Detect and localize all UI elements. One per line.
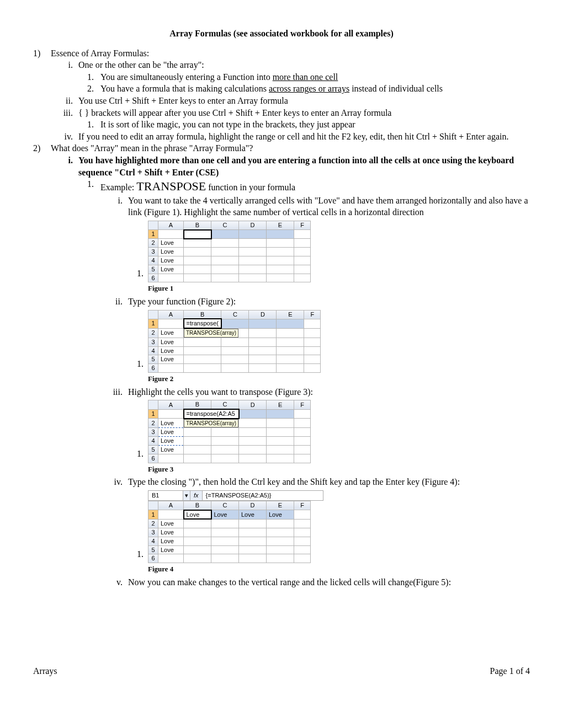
item-1-iii: iii. { } brackets will appear after you … [51,107,530,131]
spreadsheet-fig4: ABCDEF 1LoveLoveLoveLove 2Love 3Love 4Lo… [148,501,311,563]
text: You have a formula that is making calcul… [100,84,269,93]
figure-1-caption: Figure 1 [148,283,530,293]
text: Essence of Array Formulas: [51,49,149,58]
tooltip: TRANSPOSE(array) [184,419,238,428]
marker: iii. [51,107,73,119]
marker: 1. [78,178,94,190]
item-2-i-1: 1. Example: TRANSPOSE function in your f… [78,178,530,588]
item-2: 2) What does "Array" mean in the phrase … [33,142,530,588]
fx-icon: fx [190,491,203,500]
sub-v: v. Now you can make changes to the verti… [100,576,530,588]
marker: i. [51,154,73,167]
marker: 1. [128,267,144,280]
figure-3: 1. ABCDEF 1=transpose(A2:A5 2LoveTRANSPO… [128,400,530,463]
marker: 1. [128,548,144,560]
item-1-i: i. One or the other can be "the array": … [51,59,530,95]
page-footer: Arrays Page 1 of 4 [33,665,530,677]
figure-2-caption: Figure 2 [148,374,530,384]
text: You use Ctrl + Shift + Enter keys to ent… [78,96,288,105]
marker: i. [100,195,123,207]
transpose-word: TRANSPOSE [136,179,206,193]
underline: more than one cell [273,72,338,82]
figure-1: 1. ABCDEF 1 2Love 3Love 4Love 5Love 6 [128,221,530,282]
text: You want to take the 4 vertically arrang… [128,196,528,217]
item-1-iii-1: 1. It is sort of like magic, you can not… [78,119,530,131]
item-2-i: i. You have highlighted more than one ce… [51,154,530,588]
text: instead of individual cells [349,84,443,93]
spreadsheet-fig2: ABCDEF 1=transpose( 2LoveTRANSPOSE(array… [148,310,321,373]
text: Type your function (Figure 2): [128,297,236,306]
sub-ii: ii. Type your function (Figure 2): 1. AB… [100,296,530,384]
formula-bar: B1 ▾ fx {=TRANSPOSE(A2:A5)} [148,490,323,501]
footer-right: Page 1 of 4 [490,665,530,677]
page-title: Array Formulas (see associated workbook … [33,28,530,40]
marker: iii. [100,386,123,398]
marker: 1. [78,71,94,83]
marker: iv. [100,476,123,488]
figure-3-caption: Figure 3 [148,464,530,474]
sub-iv: iv. Type the closing ")", then hold the … [100,476,530,574]
text: If you need to edit an array formula, hi… [78,132,508,141]
item-1-i-2: 2. You have a formula that is making cal… [78,83,530,95]
item-1-iv: iv. If you need to edit an array formula… [51,131,530,143]
text: { } brackets will appear after you use C… [78,108,391,117]
marker: 1. [128,448,144,460]
item-1-ii: ii. You use Ctrl + Shift + Enter keys to… [51,95,530,107]
text: One or the other can be "the array": [78,60,204,69]
item-1: 1) Essence of Array Formulas: i. One or … [33,47,530,143]
marker: ii. [100,296,123,308]
text: Highlight the cells you want to transpos… [128,387,313,397]
figure-4: 1. B1 ▾ fx {=TRANSPOSE(A2:A5)} [128,490,530,563]
marker: i. [51,59,73,71]
marker: 1. [128,358,144,370]
marker: iv. [51,131,73,143]
text: You are simultaneously entering a Functi… [100,72,273,82]
text: Type the closing ")", then hold the Ctrl… [128,477,460,486]
text: You have highlighted more than one cell … [78,156,514,177]
marker: 2) [33,142,40,154]
figure-2: 1. ABCDEF 1=transpose( 2LoveTRANSPOSE(ar… [128,310,530,373]
spreadsheet-fig1: ABCDEF 1 2Love 3Love 4Love 5Love 6 [148,221,311,282]
sub-iii: iii. Highlight the cells you want to tra… [100,386,530,474]
dropdown-icon: ▾ [183,491,190,500]
underline: across ranges or arrays [269,84,349,93]
marker: v. [100,576,123,588]
marker: ii. [51,95,73,107]
name-box: B1 [148,491,183,500]
marker: 1) [33,47,40,60]
formula-text: {=TRANSPOSE(A2:A5)} [203,491,323,500]
item-1-i-1: 1. You are simultaneously entering a Fun… [78,71,530,83]
figure-4-caption: Figure 4 [148,564,530,574]
tooltip: TRANSPOSE(array) [184,329,238,338]
marker: 1. [78,119,94,131]
text: Example: [100,183,136,192]
footer-left: Arrays [33,665,57,677]
text: function in your formula [206,183,295,192]
sub-i: i. You want to take the 4 vertically arr… [100,195,530,293]
spreadsheet-fig3: ABCDEF 1=transpose(A2:A5 2LoveTRANSPOSE(… [148,400,311,463]
text: Now you can make changes to the vertical… [128,577,451,587]
marker: 2. [78,83,94,95]
text: It is sort of like magic, you can not ty… [100,120,355,129]
main-list: 1) Essence of Array Formulas: i. One or … [33,47,530,588]
text: What does "Array" mean in the phrase "Ar… [51,143,253,153]
